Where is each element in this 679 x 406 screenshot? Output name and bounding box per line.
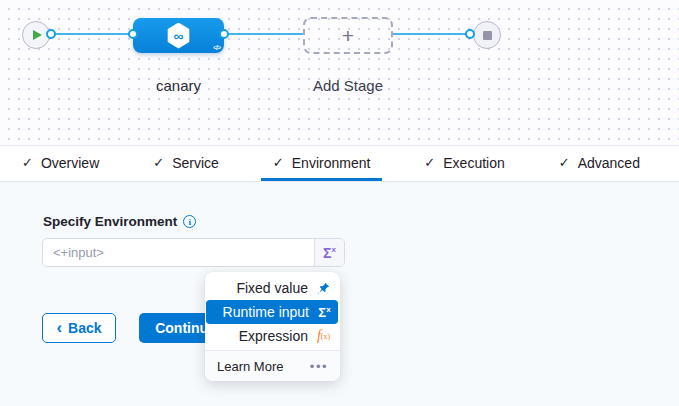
- end-in-port: [465, 29, 475, 39]
- tab-service[interactable]: ✓ Service: [141, 147, 231, 181]
- stage-in-port: [128, 29, 138, 39]
- edge-start-to-stage: [55, 33, 129, 35]
- check-icon: ✓: [22, 155, 33, 170]
- menu-footer: Learn More •••: [205, 351, 340, 381]
- pipeline-end-node: [473, 21, 501, 49]
- sigma-icon: Σ: [323, 245, 331, 261]
- pipeline-canvas: ∞ </> + canary Add Stage: [0, 0, 679, 146]
- specify-environment-label: Specify Environment: [43, 214, 177, 229]
- expression-fx-icon: f(x): [316, 328, 331, 344]
- stage-config-tabbar: ✓ Overview ✓ Service ✓ Environment ✓ Exe…: [0, 147, 679, 182]
- tab-advanced[interactable]: ✓ Advanced: [547, 147, 652, 181]
- start-out-port: [46, 29, 56, 39]
- edge-stage-to-addstage: [228, 33, 304, 35]
- chevron-left-icon: ‹: [56, 319, 62, 336]
- check-icon: ✓: [153, 155, 164, 170]
- edge-addstage-to-end: [392, 33, 471, 35]
- stage-node-canary[interactable]: ∞ </>: [133, 18, 224, 53]
- menu-item-fixed-value[interactable]: Fixed value: [205, 276, 340, 300]
- environment-input-group: Σx: [42, 238, 345, 267]
- tab-environment[interactable]: ✓ Environment: [261, 147, 383, 181]
- tab-overview[interactable]: ✓ Overview: [10, 147, 111, 181]
- tab-label: Environment: [292, 155, 371, 171]
- learn-more-link[interactable]: Learn More: [217, 359, 283, 374]
- stage-name-label: canary: [133, 77, 224, 94]
- play-icon: [33, 30, 42, 40]
- tab-label: Overview: [41, 155, 99, 171]
- environment-input[interactable]: [43, 239, 314, 266]
- stage-out-port: [219, 29, 229, 39]
- pipeline-stage-setup-screen: ∞ </> + canary Add Stage ✓ Overview ✓ Se…: [0, 0, 679, 406]
- check-icon: ✓: [273, 155, 284, 170]
- add-stage-label: Add Stage: [298, 77, 398, 94]
- input-type-menu: Fixed value Runtime input Σx Expression …: [205, 272, 340, 381]
- code-icon: </>: [213, 44, 220, 51]
- pin-icon: [316, 282, 331, 295]
- menu-item-runtime-input[interactable]: Runtime input Σx: [206, 300, 338, 324]
- check-icon: ✓: [559, 155, 570, 170]
- cd-hexagon-icon: ∞: [167, 23, 191, 49]
- back-button[interactable]: ‹ Back: [42, 313, 116, 343]
- tab-label: Advanced: [578, 155, 640, 171]
- sigma-icon: Σx: [317, 305, 332, 320]
- check-icon: ✓: [424, 155, 435, 170]
- info-icon[interactable]: i: [183, 215, 196, 228]
- plus-icon: +: [342, 25, 354, 46]
- tab-label: Service: [172, 155, 219, 171]
- stop-icon: [483, 31, 492, 40]
- tab-label: Execution: [443, 155, 504, 171]
- runtime-input-type-button[interactable]: Σx: [314, 239, 344, 266]
- more-options-icon[interactable]: •••: [310, 359, 328, 374]
- add-stage-button[interactable]: +: [303, 17, 393, 54]
- menu-item-expression[interactable]: Expression f(x): [205, 324, 340, 348]
- tab-execution[interactable]: ✓ Execution: [412, 147, 516, 181]
